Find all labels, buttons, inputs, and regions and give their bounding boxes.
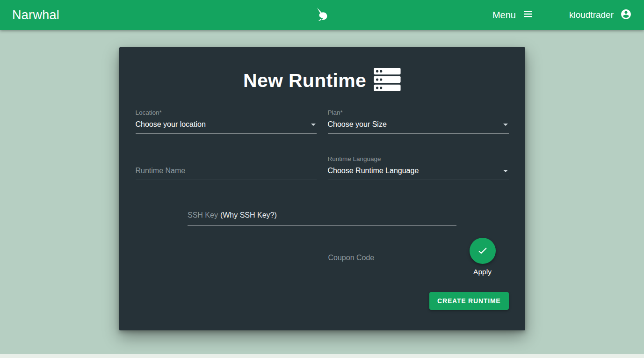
apply-label: Apply xyxy=(473,268,492,276)
account-circle-icon xyxy=(620,8,632,22)
plan-value: Choose your Size xyxy=(328,120,387,129)
plan-select[interactable]: Plan* Choose your Size xyxy=(328,109,509,134)
coupon-row: Apply xyxy=(136,238,509,276)
menu-label: Menu xyxy=(492,10,516,21)
app-header: Narwhal Menu kloudtrader xyxy=(0,0,644,30)
new-runtime-card: New Runtime L xyxy=(119,47,525,330)
coupon-code-input[interactable] xyxy=(328,251,446,267)
form-grid: Location* Choose your location Plan* Cho… xyxy=(136,109,509,180)
submit-row: CREATE RUNTIME xyxy=(136,292,509,310)
plan-label: Plan* xyxy=(328,109,509,116)
location-label: Location* xyxy=(136,109,317,116)
account-button[interactable]: kloudtrader xyxy=(569,8,632,22)
horizontal-scrollbar[interactable] xyxy=(0,354,644,358)
apply-coupon-button[interactable] xyxy=(470,238,496,264)
ssh-key-placeholder: SSH Key xyxy=(188,211,218,219)
narwhal-logo-icon xyxy=(313,6,331,24)
location-value: Choose your location xyxy=(136,120,206,129)
chevron-down-icon xyxy=(503,124,508,126)
hamburger-icon xyxy=(522,8,534,22)
menu-button[interactable]: Menu xyxy=(492,8,534,22)
apply-stack: Apply xyxy=(470,238,496,276)
chevron-down-icon xyxy=(311,124,316,126)
card-title-row: New Runtime xyxy=(136,47,509,93)
runtime-language-label: Runtime Language xyxy=(328,155,509,162)
create-runtime-button[interactable]: CREATE RUNTIME xyxy=(429,292,508,310)
page-background: New Runtime L xyxy=(0,47,644,330)
runtime-name-field xyxy=(136,164,317,180)
page-title: New Runtime xyxy=(243,70,366,92)
ssh-key-help-link[interactable]: (Why SSH Key?) xyxy=(220,211,277,219)
runtime-language-value: Choose Runtime Language xyxy=(328,167,419,175)
header-right-group: Menu kloudtrader xyxy=(492,8,632,22)
username-label: kloudtrader xyxy=(569,10,614,20)
brand-logo-text[interactable]: Narwhal xyxy=(12,8,59,22)
server-stack-icon xyxy=(374,68,401,93)
coupon-field xyxy=(328,251,446,267)
runtime-language-select[interactable]: Runtime Language Choose Runtime Language xyxy=(328,155,509,180)
check-icon xyxy=(477,244,489,258)
location-select[interactable]: Location* Choose your location xyxy=(136,109,317,134)
chevron-down-icon xyxy=(503,170,508,172)
ssh-key-input[interactable]: SSH Key(Why SSH Key?) xyxy=(188,211,456,226)
runtime-name-input[interactable] xyxy=(136,164,317,180)
